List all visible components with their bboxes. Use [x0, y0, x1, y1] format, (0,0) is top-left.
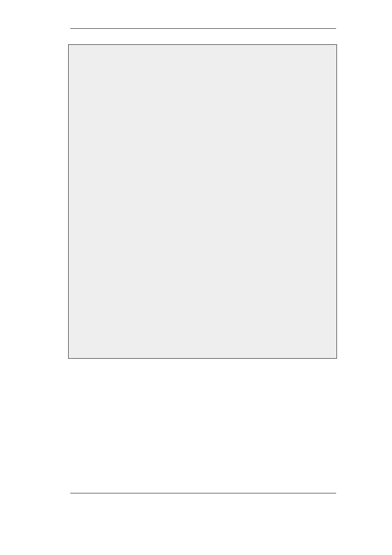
footer-rule [70, 493, 336, 493]
document-page [0, 0, 392, 555]
header-rule [70, 28, 336, 29]
content-placeholder-box [68, 44, 337, 359]
